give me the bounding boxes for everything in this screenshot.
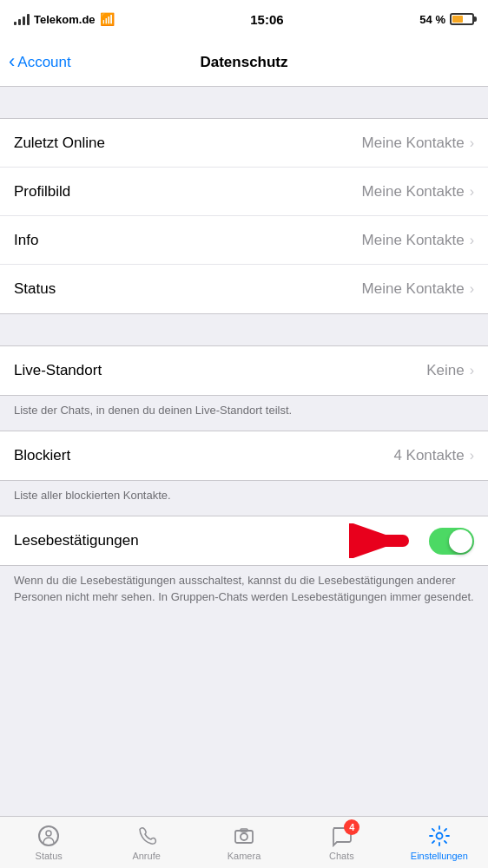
readreceipts-footer: Wenn du die Lesebestätigungen ausschalte… xyxy=(0,566,488,616)
status-right: 54 % xyxy=(419,13,474,26)
profilbild-value: Meine Kontakte › xyxy=(362,183,474,201)
tab-einstellungen-label: Einstellungen xyxy=(411,851,468,861)
visibility-section: Zuletzt Online Meine Kontakte › Profilbi… xyxy=(0,118,488,314)
back-chevron-icon: ‹ xyxy=(9,50,15,73)
section-gap-2 xyxy=(0,314,488,345)
tab-anrufe-label: Anrufe xyxy=(132,851,160,861)
tab-chats-label: Chats xyxy=(329,851,354,861)
profilbild-label: Profilbild xyxy=(14,183,70,201)
svg-rect-4 xyxy=(235,831,253,843)
blockiert-value: 4 Kontakte › xyxy=(393,447,474,464)
status-icon xyxy=(37,825,60,847)
chevron-icon: › xyxy=(470,135,474,151)
location-section: Live-Standort Keine › xyxy=(0,345,488,396)
battery-fill xyxy=(452,16,463,23)
anrufe-icon xyxy=(135,825,158,847)
tab-anrufe[interactable]: Anrufe xyxy=(97,817,195,868)
tab-bar: Status Anrufe Kamera 4 Chats xyxy=(0,816,488,868)
back-label: Account xyxy=(17,54,70,71)
toggle-knob xyxy=(449,529,472,553)
live-standort-label: Live-Standort xyxy=(14,362,102,379)
table-row[interactable]: Status Meine Kontakte › xyxy=(0,265,488,313)
chats-badge: 4 xyxy=(344,819,359,835)
table-row[interactable]: Live-Standort Keine › xyxy=(0,346,488,395)
info-label: Info xyxy=(14,232,38,249)
svg-point-3 xyxy=(46,831,51,836)
tab-kamera[interactable]: Kamera xyxy=(195,817,293,868)
chevron-icon: › xyxy=(470,184,474,200)
status-bar: Telekom.de 📶 15:06 54 % xyxy=(0,0,488,38)
table-row[interactable]: Profilbild Meine Kontakte › xyxy=(0,168,488,216)
page-title: Datenschutz xyxy=(200,54,287,71)
info-value: Meine Kontakte › xyxy=(362,232,474,249)
blockiert-label: Blockiert xyxy=(14,447,70,464)
tab-kamera-label: Kamera xyxy=(228,851,261,861)
zuletzt-online-value: Meine Kontakte › xyxy=(362,135,474,152)
carrier-label: Telekom.de xyxy=(34,13,96,26)
bottom-spacer xyxy=(0,617,488,635)
table-row[interactable]: Blockiert 4 Kontakte › xyxy=(0,431,488,480)
readreceipts-section: Lesebestätigungen xyxy=(0,516,488,566)
readreceipts-toggle[interactable] xyxy=(429,528,474,555)
live-standort-value: Keine › xyxy=(426,362,474,379)
chevron-icon: › xyxy=(470,363,474,378)
signal-icon xyxy=(14,13,30,25)
blocked-section: Blockiert 4 Kontakte › xyxy=(0,431,488,481)
einstellungen-icon xyxy=(428,825,451,847)
red-arrow-annotation xyxy=(349,523,419,558)
status-value: Meine Kontakte › xyxy=(362,280,474,298)
nav-bar: ‹ Account Datenschutz xyxy=(0,38,488,87)
tab-einstellungen[interactable]: Einstellungen xyxy=(391,817,488,868)
chevron-icon: › xyxy=(470,281,474,297)
svg-point-7 xyxy=(436,832,442,838)
lesebestatigungen-label: Lesebestätigungen xyxy=(14,532,139,549)
readreceipts-row: Lesebestätigungen xyxy=(0,516,488,565)
back-button[interactable]: ‹ Account xyxy=(9,51,71,73)
chevron-icon: › xyxy=(470,233,474,248)
blocked-footer: Liste aller blockierten Kontakte. xyxy=(0,481,488,516)
kamera-icon xyxy=(233,825,255,847)
content-area: Zuletzt Online Meine Kontakte › Profilbi… xyxy=(0,87,488,816)
location-footer: Liste der Chats, in denen du deinen Live… xyxy=(0,396,488,431)
zuletzt-online-label: Zuletzt Online xyxy=(14,135,105,152)
status-time: 15:06 xyxy=(250,12,283,27)
table-row[interactable]: Info Meine Kontakte › xyxy=(0,216,488,265)
wifi-icon: 📶 xyxy=(100,12,115,26)
battery-percent: 54 % xyxy=(419,13,445,26)
table-row[interactable]: Zuletzt Online Meine Kontakte › xyxy=(0,119,488,168)
section-gap-1 xyxy=(0,87,488,118)
svg-point-5 xyxy=(241,833,247,840)
status-left: Telekom.de 📶 xyxy=(14,12,115,26)
status-label: Status xyxy=(14,280,56,298)
tab-chats[interactable]: 4 Chats xyxy=(293,817,390,868)
battery-icon xyxy=(450,13,474,25)
chevron-icon: › xyxy=(470,448,474,464)
tab-status-label: Status xyxy=(36,851,63,861)
tab-status[interactable]: Status xyxy=(0,817,97,868)
